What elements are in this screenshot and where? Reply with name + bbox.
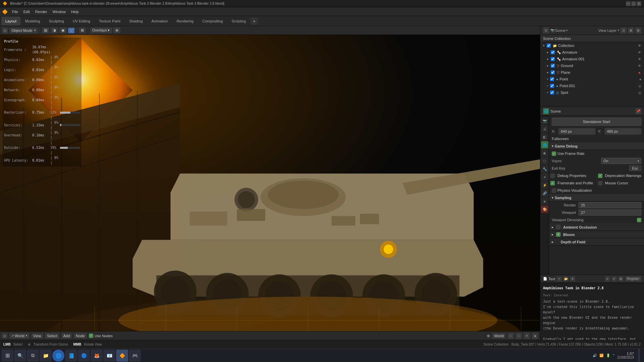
view-btn[interactable]: View (31, 333, 43, 339)
rp-icon1[interactable]: ⊡ (621, 27, 627, 34)
tab-shading[interactable]: Shading (125, 17, 147, 25)
armature-vis-checkbox[interactable] (551, 50, 555, 54)
scene-dropdown[interactable]: 📷 Scene ▾ (550, 28, 568, 33)
menu-help[interactable]: Help (68, 7, 82, 16)
use-nodes-checkbox[interactable]: ✓ Use Nodes (89, 334, 113, 338)
outliner-item-spot[interactable]: • ◎ Spot ◎ (540, 89, 644, 96)
viewport-sampling-value[interactable]: 27 (579, 209, 641, 216)
add-btn[interactable]: Add (61, 333, 72, 339)
text-line-numbers-btn[interactable]: ≡ (605, 276, 610, 282)
props-icon-view-layer[interactable]: ◧ (541, 133, 548, 140)
use-frame-rate-checkbox[interactable]: ✓ (552, 152, 556, 156)
point-vis-checkbox[interactable] (550, 77, 554, 81)
tab-rendering[interactable]: Rendering (172, 17, 198, 25)
viewport-shading-wire[interactable]: ▤ (42, 27, 49, 33)
point001-vis-checkbox[interactable] (550, 84, 554, 88)
debug-props-checkbox[interactable] (550, 174, 555, 178)
outliner-item-ground[interactable]: ▸ ▽ Ground 👁 (540, 62, 644, 69)
menu-edit[interactable]: Edit (21, 7, 33, 16)
props-pin[interactable]: 📌 (635, 108, 641, 114)
search-btn[interactable]: 🔍 (14, 350, 26, 362)
taskbar-app3[interactable]: 📧 (103, 350, 115, 362)
taskbar-app1[interactable]: 🔵 (78, 350, 90, 362)
exit-key-value[interactable]: Esc (629, 166, 641, 171)
tab-sculpting[interactable]: Sculpting (45, 17, 68, 25)
props-icon-material[interactable]: 🎨 (541, 205, 548, 213)
props-icon-world[interactable]: ◉ (541, 149, 548, 157)
world2-dropdown[interactable]: World (492, 333, 506, 339)
tab-texture-paint[interactable]: Texture Paint (95, 17, 124, 25)
denoising-checkbox[interactable]: ✓ (637, 218, 641, 222)
register-btn[interactable]: Register (625, 276, 641, 282)
plane-vis-checkbox[interactable] (551, 70, 555, 74)
viewport-shading-material[interactable]: ◉ (59, 27, 67, 33)
props-icon-render[interactable]: 📷 (541, 117, 548, 124)
viewport-icon3[interactable]: ✕ (524, 333, 530, 339)
props-icon-physics[interactable]: ⚡ (541, 181, 548, 189)
view-layer-dropdown[interactable]: ▾ (618, 29, 619, 32)
close-btn[interactable]: ✕ (637, 1, 641, 6)
props-icon-constraints[interactable]: 🔗 (541, 189, 548, 197)
sys-chevron[interactable]: ^ (613, 354, 614, 357)
object-mode-dropdown[interactable]: Object Mode ▾ (9, 28, 38, 33)
taskbar-app2[interactable]: 🦊 (91, 350, 103, 362)
gizmo-btn[interactable]: ⊕ (113, 27, 120, 33)
outliner-item-armature[interactable]: ▸ 🦴 Armature 👁 (540, 49, 644, 56)
maximize-btn[interactable]: □ (631, 1, 636, 6)
transform-mode-btn[interactable]: ↗ World ▾ (9, 333, 29, 339)
viewport-icon1[interactable]: □ (508, 333, 514, 339)
menu-window[interactable]: Window (50, 7, 68, 16)
props-icon-object[interactable]: ⬡ (541, 157, 548, 165)
taskbar-blender[interactable]: 🔶 (116, 350, 128, 362)
sampling-section[interactable]: ▾ Sampling (549, 194, 644, 201)
props-icon-scene[interactable]: 🌐 (541, 141, 548, 148)
y-value[interactable]: 480 px (605, 128, 642, 134)
tab-scripting[interactable]: Scripting (227, 17, 250, 25)
pivot-icon[interactable]: ⊕ (487, 334, 490, 338)
show-desktop-btn[interactable] (638, 349, 640, 362)
spot-vis-checkbox[interactable] (550, 90, 554, 95)
select-btn[interactable]: Select (45, 333, 59, 339)
scene-dropdown-icon[interactable]: ⊡ (543, 27, 549, 34)
taskbar-file[interactable]: 📁 (40, 350, 52, 362)
minimize-btn[interactable]: — (626, 1, 631, 6)
text-close-btn[interactable]: ✕ (570, 276, 575, 282)
viewport-shading-rendered[interactable]: ○ (68, 28, 74, 33)
mouse-cursor-checkbox[interactable] (598, 181, 602, 185)
outliner-item-point001[interactable]: • ● Point.001 ◎ (540, 82, 644, 89)
framerate-checkbox[interactable]: ✓ (550, 181, 555, 185)
outliner-item-point[interactable]: • ● Point ● (540, 76, 644, 82)
outliner-item-plane[interactable]: ▸ ▽ Plane 🔺 (540, 69, 644, 76)
game-debug-section[interactable]: ▾ Game Debug (549, 142, 644, 150)
props-icon-data[interactable]: ◈ (541, 197, 548, 205)
sys-icon3[interactable]: 🔋 (606, 354, 610, 357)
menu-file[interactable]: File (9, 7, 21, 16)
armature001-vis-checkbox[interactable] (551, 57, 555, 61)
menu-render[interactable]: Render (33, 7, 50, 16)
node-btn[interactable]: Node (74, 333, 87, 339)
viewport-shading-solid[interactable]: ◑ (51, 27, 58, 33)
dof-section[interactable]: ▸ Depth of Field (549, 238, 644, 246)
sys-icon2[interactable]: 📶 (599, 354, 603, 357)
ao-checkbox[interactable] (556, 225, 560, 229)
props-icon-active[interactable]: 🌐 (543, 108, 549, 114)
render-sampling-value[interactable]: 25 (579, 202, 641, 208)
text-word-wrap-btn[interactable]: ↵ (611, 276, 617, 282)
tab-uv-editing[interactable]: UV Editing (69, 17, 94, 25)
text-syntax-btn[interactable]: ⊞ (618, 276, 624, 282)
text-new-btn[interactable]: + (556, 276, 562, 282)
tab-layout[interactable]: Layout (1, 17, 20, 25)
props-icon-particles[interactable]: ✦ (541, 173, 548, 181)
tab-modeling[interactable]: Modeling (21, 17, 44, 25)
outliner-item-collection[interactable]: ▾ 📁 Collection 👁 (540, 42, 644, 49)
outliner-item-armature-001[interactable]: ▸ 🦴 Armature.001 👁 (540, 56, 644, 62)
bloom-checkbox[interactable]: ✓ (556, 232, 560, 237)
tab-compositing[interactable]: Compositing (198, 17, 227, 25)
collection-vis-checkbox[interactable] (547, 44, 551, 48)
mode-select-icon[interactable]: ◎ (2, 333, 7, 339)
rp-filter[interactable]: ⊞ (635, 27, 641, 34)
taskbar-edge[interactable]: 📘 (65, 350, 77, 362)
ground-vis-checkbox[interactable] (551, 64, 555, 68)
physics-vis-checkbox[interactable] (552, 188, 556, 193)
taskbar-browser[interactable]: 🌐 (52, 350, 64, 362)
